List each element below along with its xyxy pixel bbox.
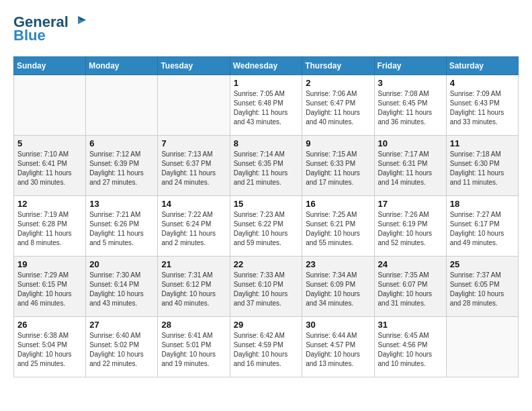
day-number: 23	[306, 259, 370, 269]
day-info: Sunrise: 6:38 AMSunset: 5:04 PMDaylight:…	[17, 331, 82, 369]
day-number: 22	[234, 259, 299, 269]
calendar-week-row: 5Sunrise: 7:10 AMSunset: 6:41 PMDaylight…	[14, 136, 519, 196]
day-info: Sunrise: 7:26 AMSunset: 6:19 PMDaylight:…	[378, 210, 443, 248]
calendar-cell: 25Sunrise: 7:37 AMSunset: 6:05 PMDayligh…	[446, 257, 518, 317]
header-thursday: Thursday	[302, 57, 374, 75]
day-number: 15	[234, 199, 299, 209]
day-info: Sunrise: 7:13 AMSunset: 6:37 PMDaylight:…	[161, 150, 226, 187]
calendar-cell: 6Sunrise: 7:12 AMSunset: 6:39 PMDaylight…	[86, 136, 158, 196]
day-info: Sunrise: 6:40 AMSunset: 5:02 PMDaylight:…	[89, 331, 154, 369]
day-info: Sunrise: 7:23 AMSunset: 6:22 PMDaylight:…	[234, 210, 299, 248]
calendar-cell: 22Sunrise: 7:33 AMSunset: 6:10 PMDayligh…	[230, 257, 302, 317]
calendar-cell: 31Sunrise: 6:45 AMSunset: 4:56 PMDayligh…	[374, 317, 446, 377]
calendar-cell: 30Sunrise: 6:44 AMSunset: 4:57 PMDayligh…	[302, 317, 374, 377]
day-number: 11	[450, 138, 515, 148]
day-info: Sunrise: 7:31 AMSunset: 6:12 PMDaylight:…	[161, 271, 226, 308]
calendar-cell: 26Sunrise: 6:38 AMSunset: 5:04 PMDayligh…	[14, 317, 86, 377]
calendar-cell: 1Sunrise: 7:05 AMSunset: 6:48 PMDaylight…	[230, 75, 302, 136]
day-number: 5	[17, 138, 82, 148]
calendar-cell: 20Sunrise: 7:30 AMSunset: 6:14 PMDayligh…	[86, 257, 158, 317]
day-info: Sunrise: 7:18 AMSunset: 6:30 PMDaylight:…	[450, 150, 515, 187]
calendar-cell: 23Sunrise: 7:34 AMSunset: 6:09 PMDayligh…	[302, 257, 374, 317]
day-info: Sunrise: 7:08 AMSunset: 6:45 PMDaylight:…	[378, 89, 443, 127]
day-info: Sunrise: 7:05 AMSunset: 6:48 PMDaylight:…	[234, 89, 299, 127]
calendar-cell: 14Sunrise: 7:22 AMSunset: 6:24 PMDayligh…	[158, 196, 230, 257]
day-info: Sunrise: 7:27 AMSunset: 6:17 PMDaylight:…	[450, 210, 515, 248]
header-friday: Friday	[374, 57, 446, 75]
day-number: 25	[450, 259, 515, 269]
day-number: 24	[378, 259, 443, 269]
calendar-week-row: 12Sunrise: 7:19 AMSunset: 6:28 PMDayligh…	[14, 196, 519, 257]
calendar-cell: 7Sunrise: 7:13 AMSunset: 6:37 PMDaylight…	[158, 136, 230, 196]
day-number: 4	[450, 78, 515, 88]
calendar-cell: 2Sunrise: 7:06 AMSunset: 6:47 PMDaylight…	[302, 75, 374, 136]
calendar-cell: 17Sunrise: 7:26 AMSunset: 6:19 PMDayligh…	[374, 196, 446, 257]
day-number: 12	[17, 199, 82, 209]
calendar-cell: 15Sunrise: 7:23 AMSunset: 6:22 PMDayligh…	[230, 196, 302, 257]
day-info: Sunrise: 7:15 AMSunset: 6:33 PMDaylight:…	[306, 150, 370, 187]
day-number: 26	[17, 320, 82, 330]
day-info: Sunrise: 7:35 AMSunset: 6:07 PMDaylight:…	[378, 271, 443, 308]
calendar-week-row: 19Sunrise: 7:29 AMSunset: 6:15 PMDayligh…	[14, 257, 519, 317]
header-sunday: Sunday	[14, 57, 86, 75]
logo: General Blue	[13, 13, 87, 44]
calendar-cell: 24Sunrise: 7:35 AMSunset: 6:07 PMDayligh…	[374, 257, 446, 317]
day-number: 14	[161, 199, 226, 209]
day-number: 1	[234, 78, 299, 88]
header-wednesday: Wednesday	[230, 57, 302, 75]
day-number: 17	[378, 199, 443, 209]
calendar-cell: 13Sunrise: 7:21 AMSunset: 6:26 PMDayligh…	[86, 196, 158, 257]
day-number: 30	[306, 320, 370, 330]
day-info: Sunrise: 7:17 AMSunset: 6:31 PMDaylight:…	[378, 150, 443, 187]
day-info: Sunrise: 6:42 AMSunset: 4:59 PMDaylight:…	[234, 331, 299, 369]
top-bar: General Blue	[13, 13, 519, 51]
day-number: 2	[306, 78, 370, 88]
day-info: Sunrise: 7:12 AMSunset: 6:39 PMDaylight:…	[89, 150, 154, 187]
day-number: 27	[89, 320, 154, 330]
calendar-cell: 5Sunrise: 7:10 AMSunset: 6:41 PMDaylight…	[14, 136, 86, 196]
calendar-cell: 3Sunrise: 7:08 AMSunset: 6:45 PMDaylight…	[374, 75, 446, 136]
calendar-cell: 19Sunrise: 7:29 AMSunset: 6:15 PMDayligh…	[14, 257, 86, 317]
calendar-week-row: 26Sunrise: 6:38 AMSunset: 5:04 PMDayligh…	[14, 317, 519, 377]
day-number: 8	[234, 138, 299, 148]
day-number: 29	[234, 320, 299, 330]
logo-blue: Blue	[13, 27, 46, 44]
day-number: 28	[161, 320, 226, 330]
logo-flag-icon	[69, 15, 87, 30]
day-info: Sunrise: 7:37 AMSunset: 6:05 PMDaylight:…	[450, 271, 515, 308]
calendar-cell	[446, 317, 518, 377]
calendar-cell: 29Sunrise: 6:42 AMSunset: 4:59 PMDayligh…	[230, 317, 302, 377]
header-saturday: Saturday	[446, 57, 518, 75]
day-number: 16	[306, 199, 370, 209]
calendar-cell: 21Sunrise: 7:31 AMSunset: 6:12 PMDayligh…	[158, 257, 230, 317]
calendar-cell: 27Sunrise: 6:40 AMSunset: 5:02 PMDayligh…	[86, 317, 158, 377]
calendar-cell	[86, 75, 158, 136]
day-number: 6	[89, 138, 154, 148]
calendar-cell: 11Sunrise: 7:18 AMSunset: 6:30 PMDayligh…	[446, 136, 518, 196]
calendar-week-row: 1Sunrise: 7:05 AMSunset: 6:48 PMDaylight…	[14, 75, 519, 136]
day-info: Sunrise: 6:45 AMSunset: 4:56 PMDaylight:…	[378, 331, 443, 369]
day-number: 18	[450, 199, 515, 209]
calendar-cell: 28Sunrise: 6:41 AMSunset: 5:01 PMDayligh…	[158, 317, 230, 377]
day-info: Sunrise: 7:06 AMSunset: 6:47 PMDaylight:…	[306, 89, 370, 127]
calendar-cell: 9Sunrise: 7:15 AMSunset: 6:33 PMDaylight…	[302, 136, 374, 196]
calendar-cell: 10Sunrise: 7:17 AMSunset: 6:31 PMDayligh…	[374, 136, 446, 196]
day-info: Sunrise: 7:25 AMSunset: 6:21 PMDaylight:…	[306, 210, 370, 248]
day-info: Sunrise: 7:34 AMSunset: 6:09 PMDaylight:…	[306, 271, 370, 308]
day-info: Sunrise: 7:30 AMSunset: 6:14 PMDaylight:…	[89, 271, 154, 308]
day-info: Sunrise: 7:21 AMSunset: 6:26 PMDaylight:…	[89, 210, 154, 248]
day-number: 13	[89, 199, 154, 209]
day-info: Sunrise: 6:41 AMSunset: 5:01 PMDaylight:…	[161, 331, 226, 369]
day-info: Sunrise: 6:44 AMSunset: 4:57 PMDaylight:…	[306, 331, 370, 369]
calendar-cell: 16Sunrise: 7:25 AMSunset: 6:21 PMDayligh…	[302, 196, 374, 257]
day-number: 3	[378, 78, 443, 88]
calendar-header-row: SundayMondayTuesdayWednesdayThursdayFrid…	[14, 57, 519, 75]
day-number: 31	[378, 320, 443, 330]
day-number: 21	[161, 259, 226, 269]
calendar-cell: 4Sunrise: 7:09 AMSunset: 6:43 PMDaylight…	[446, 75, 518, 136]
day-number: 10	[378, 138, 443, 148]
day-info: Sunrise: 7:09 AMSunset: 6:43 PMDaylight:…	[450, 89, 515, 127]
day-number: 20	[89, 259, 154, 269]
day-info: Sunrise: 7:22 AMSunset: 6:24 PMDaylight:…	[161, 210, 226, 248]
calendar-cell	[158, 75, 230, 136]
